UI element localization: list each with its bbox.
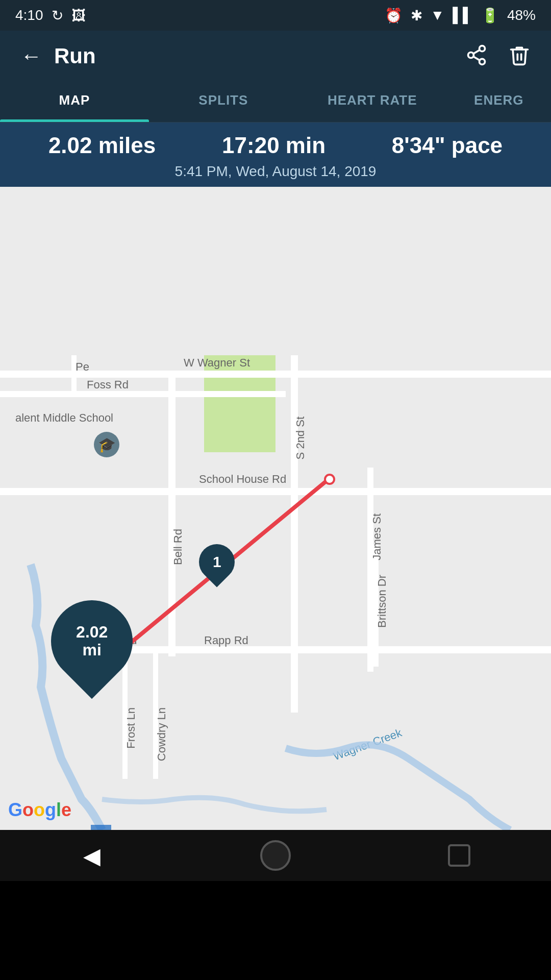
map-container[interactable]: Pe Foss Rd W Wagner St S 2nd St School H… [0,187,551,830]
status-time: 4:10 [15,7,43,23]
status-left: 4:10 ↻ 🖼 [15,7,86,24]
label-bell: Bell Rd [171,529,185,565]
top-bar-left: ← Run [20,44,96,68]
tab-splits[interactable]: SPLITS [149,82,298,122]
road-schoolhouse [0,488,551,495]
share-button[interactable] [465,44,488,68]
start-marker [324,474,335,485]
nav-recents-button[interactable] [439,835,480,876]
label-wagnersst: W Wagner St [184,356,250,370]
school-icon: 🎓 [94,432,119,457]
road-bell [168,371,176,656]
road-foss [0,391,286,397]
stats-bar: 2.02 miles 17:20 min 8'34" pace 5:41 PM,… [0,122,551,187]
stat-duration: 17:20 min [222,133,325,158]
label-rapp: Rapp Rd [204,634,248,647]
delete-button[interactable] [508,44,531,68]
top-bar: ← Run [0,31,551,82]
tabs: MAP SPLITS HEART RATE ENERG [0,82,551,122]
signal-icon: ▌▌ [453,7,473,23]
tab-heartrate[interactable]: HEART RATE [298,82,447,122]
top-bar-actions [465,44,531,68]
label-cowdry: Cowdry Ln [155,707,168,761]
label-pe: Pe [76,360,89,374]
svg-line-3 [473,57,480,60]
status-right: ⏰ ✱ ▼ ▌▌ 🔋 48% [385,7,536,24]
label-middle-school: alent Middle School [15,411,113,425]
tab-energy[interactable]: ENERG [447,82,551,122]
blue-square [91,825,111,830]
battery-pct: 48% [507,7,536,23]
map-background [0,187,551,830]
label-school-house: School House Rd [199,473,286,486]
battery-icon: 🔋 [481,7,499,24]
road-rapp [61,646,551,653]
wifi-icon: ▼ [431,7,445,23]
alarm-icon: ⏰ [385,7,403,24]
label-fosssrd: Foss Rd [87,378,129,391]
bluetooth-icon: ✱ [411,7,422,24]
green-area [204,355,276,452]
label-james: James St [370,513,384,560]
image-icon: 🖼 [71,7,86,24]
svg-line-4 [473,50,480,54]
label-brittson: Brittson Dr [375,575,389,628]
stats-datetime: 5:41 PM, Wed, August 14, 2019 [15,163,536,180]
nav-back-button[interactable]: ◀ [71,835,112,876]
tab-map[interactable]: MAP [0,82,149,122]
stat-pace: 8'34" pace [392,133,503,158]
nav-home-button[interactable] [255,835,296,876]
stats-row: 2.02 miles 17:20 min 8'34" pace [15,133,536,158]
bottom-nav: ◀ [0,830,551,881]
page-title: Run [54,44,96,68]
google-logo: Google [8,799,71,821]
label-s2nd: S 2nd St [294,416,307,459]
sync-icon: ↻ [52,7,63,24]
road-2nd [291,355,298,713]
back-button[interactable]: ← [20,44,42,68]
label-frost: Frost Ln [124,707,138,749]
stat-distance: 2.02 miles [48,133,156,158]
status-bar: 4:10 ↻ 🖼 ⏰ ✱ ▼ ▌▌ 🔋 48% [0,0,551,31]
